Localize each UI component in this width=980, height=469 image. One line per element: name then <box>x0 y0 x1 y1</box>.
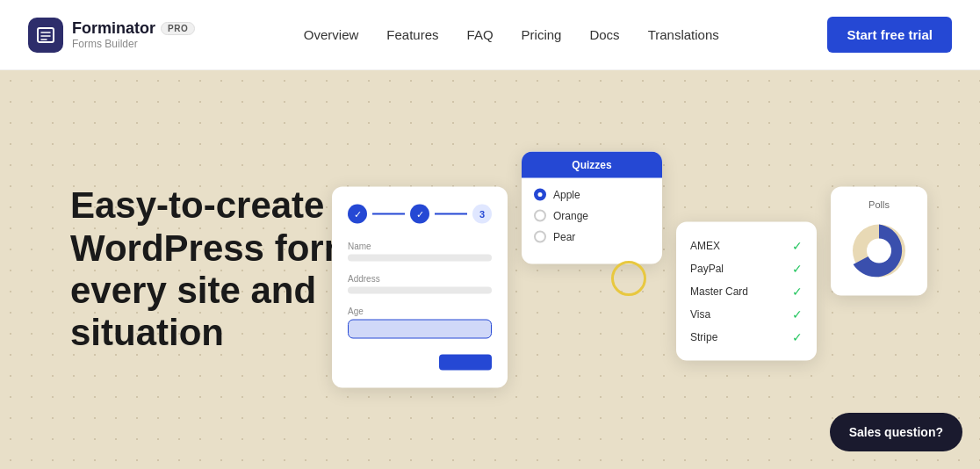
quiz-label-apple: Apple <box>553 189 580 201</box>
payment-row-visa: Visa ✓ <box>690 303 803 326</box>
check-mastercard: ✓ <box>792 285 803 299</box>
logo-icon <box>28 18 63 53</box>
nav-item-translations[interactable]: Translations <box>648 27 719 42</box>
field-name: Name <box>348 242 492 262</box>
radio-pear <box>534 231 546 243</box>
form-submit-btn <box>439 355 492 371</box>
logo-area: Forminator PRO Forms Builder <box>28 18 195 53</box>
quiz-label-pear: Pear <box>553 231 575 243</box>
step-3: 3 <box>472 205 492 224</box>
payment-name-stripe: Stripe <box>690 331 717 343</box>
field-age-input <box>348 320 492 339</box>
nav-item-overview[interactable]: Overview <box>304 27 359 42</box>
payment-card: AMEX ✓ PayPal ✓ Master Card ✓ Visa ✓ Str… <box>676 222 817 361</box>
payment-name-amex: AMEX <box>690 240 720 252</box>
field-address-label: Address <box>348 274 492 284</box>
quiz-card: Quizzes Apple Orange Pear <box>522 152 662 264</box>
logo-title: Forminator <box>72 19 155 38</box>
check-visa: ✓ <box>792 307 803 321</box>
payment-row-paypal: PayPal ✓ <box>690 257 803 280</box>
step-line-1 <box>372 213 405 215</box>
radio-orange <box>534 210 546 222</box>
logo-text-group: Forminator PRO Forms Builder <box>72 19 195 50</box>
payment-name-paypal: PayPal <box>690 263 724 275</box>
check-amex: ✓ <box>792 239 803 253</box>
main-nav: Overview Features FAQ Pricing Docs Trans… <box>304 27 719 42</box>
field-name-input <box>348 255 492 262</box>
payment-row-stripe: Stripe ✓ <box>690 326 803 349</box>
logo-name: Forminator PRO <box>72 19 195 38</box>
field-age-label: Age <box>348 307 492 316</box>
sales-question-button[interactable]: Sales question? <box>830 413 962 451</box>
hero-section: Easy-to-create pro WordPress forms for e… <box>0 70 980 469</box>
radio-apple <box>534 189 546 201</box>
pro-badge: PRO <box>161 22 195 35</box>
check-stripe: ✓ <box>792 330 803 344</box>
header: Forminator PRO Forms Builder Overview Fe… <box>0 0 980 70</box>
quiz-label-orange: Orange <box>553 210 588 222</box>
nav-item-features[interactable]: Features <box>386 27 438 42</box>
step-1: ✓ <box>348 205 367 224</box>
step-2: ✓ <box>410 205 429 224</box>
form-card: ✓ ✓ 3 Name Address Age <box>332 187 508 388</box>
payment-row-amex: AMEX ✓ <box>690 234 803 257</box>
quiz-option-apple: Apple <box>534 189 650 201</box>
start-trial-button[interactable]: Start free trial <box>827 17 952 53</box>
form-steps: ✓ ✓ 3 <box>348 205 492 224</box>
pie-chart <box>843 219 915 284</box>
logo-subtitle: Forms Builder <box>72 38 195 50</box>
check-paypal: ✓ <box>792 262 803 276</box>
polls-title: Polls <box>843 199 915 210</box>
field-address: Address <box>348 274 492 294</box>
nav-item-docs[interactable]: Docs <box>589 27 619 42</box>
quiz-body: Apple Orange Pear <box>522 178 662 243</box>
quiz-option-pear: Pear <box>534 231 650 243</box>
nav-item-faq[interactable]: FAQ <box>467 27 494 42</box>
quiz-header: Quizzes <box>522 152 662 178</box>
quiz-option-orange: Orange <box>534 210 650 222</box>
step-line-2 <box>435 213 467 215</box>
svg-point-5 <box>867 239 891 263</box>
polls-card: Polls <box>831 187 927 296</box>
field-age: Age <box>348 307 492 339</box>
payment-name-mastercard: Master Card <box>690 285 748 298</box>
payment-name-visa: Visa <box>690 308 710 321</box>
deco-circle <box>611 261 646 296</box>
nav-item-pricing[interactable]: Pricing <box>522 27 562 42</box>
payment-row-mastercard: Master Card ✓ <box>690 280 803 303</box>
field-address-input <box>348 287 492 294</box>
field-name-label: Name <box>348 242 492 251</box>
